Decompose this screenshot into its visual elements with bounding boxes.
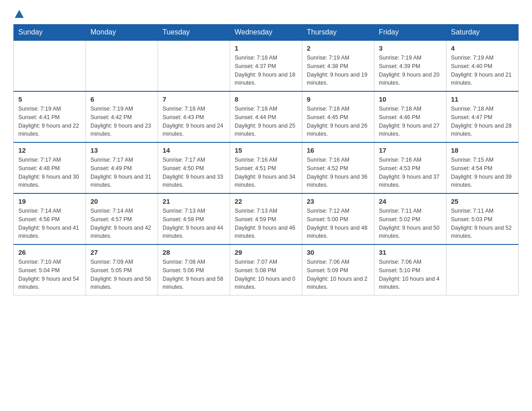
day-number: 13 (90, 146, 153, 154)
day-info: Sunrise: 7:11 AMSunset: 5:03 PMDaylight:… (451, 207, 514, 240)
day-number: 8 (235, 95, 297, 103)
day-info: Sunrise: 7:17 AMSunset: 4:49 PMDaylight:… (90, 156, 153, 189)
calendar-cell: 28Sunrise: 7:08 AMSunset: 5:06 PMDayligh… (158, 244, 230, 295)
day-info: Sunrise: 7:10 AMSunset: 5:04 PMDaylight:… (18, 258, 81, 291)
day-info: Sunrise: 7:11 AMSunset: 5:02 PMDaylight:… (379, 207, 442, 240)
calendar-cell: 30Sunrise: 7:06 AMSunset: 5:09 PMDayligh… (302, 244, 374, 295)
day-info: Sunrise: 7:09 AMSunset: 5:05 PMDaylight:… (90, 258, 153, 291)
week-row-5: 26Sunrise: 7:10 AMSunset: 5:04 PMDayligh… (14, 244, 519, 295)
day-info: Sunrise: 7:13 AMSunset: 4:59 PMDaylight:… (235, 207, 297, 240)
day-info: Sunrise: 7:18 AMSunset: 4:46 PMDaylight:… (379, 105, 442, 138)
day-info: Sunrise: 7:16 AMSunset: 4:51 PMDaylight:… (235, 156, 297, 189)
calendar-header-thursday: Thursday (302, 25, 374, 41)
calendar-cell: 8Sunrise: 7:18 AMSunset: 4:44 PMDaylight… (230, 91, 302, 142)
calendar-cell: 22Sunrise: 7:13 AMSunset: 4:59 PMDayligh… (230, 193, 302, 244)
day-number: 5 (18, 95, 81, 103)
day-number: 25 (451, 197, 514, 205)
calendar-header-wednesday: Wednesday (230, 25, 302, 41)
calendar-cell: 29Sunrise: 7:07 AMSunset: 5:08 PMDayligh… (230, 244, 302, 295)
svg-marker-0 (15, 10, 24, 18)
day-info: Sunrise: 7:17 AMSunset: 4:48 PMDaylight:… (18, 156, 81, 189)
calendar-cell: 10Sunrise: 7:18 AMSunset: 4:46 PMDayligh… (374, 91, 446, 142)
day-number: 14 (163, 146, 225, 154)
week-row-2: 5Sunrise: 7:19 AMSunset: 4:41 PMDaylight… (14, 91, 519, 142)
calendar-cell: 1Sunrise: 7:18 AMSunset: 4:37 PMDaylight… (230, 40, 302, 91)
calendar-cell: 21Sunrise: 7:13 AMSunset: 4:58 PMDayligh… (158, 193, 230, 244)
day-number: 17 (379, 146, 442, 154)
page-header (13, 9, 519, 20)
day-number: 11 (451, 95, 514, 103)
day-number: 18 (451, 146, 514, 154)
day-info: Sunrise: 7:16 AMSunset: 4:52 PMDaylight:… (307, 156, 369, 189)
calendar-cell: 15Sunrise: 7:16 AMSunset: 4:51 PMDayligh… (230, 142, 302, 193)
day-info: Sunrise: 7:18 AMSunset: 4:43 PMDaylight:… (163, 105, 225, 138)
day-info: Sunrise: 7:18 AMSunset: 4:45 PMDaylight:… (307, 105, 369, 138)
day-number: 9 (307, 95, 369, 103)
calendar-cell: 23Sunrise: 7:12 AMSunset: 5:00 PMDayligh… (302, 193, 374, 244)
day-info: Sunrise: 7:19 AMSunset: 4:40 PMDaylight:… (451, 54, 514, 87)
day-number: 22 (235, 197, 297, 205)
day-number: 4 (451, 44, 514, 52)
calendar-cell (14, 40, 86, 91)
calendar-cell: 4Sunrise: 7:19 AMSunset: 4:40 PMDaylight… (446, 40, 519, 91)
calendar-cell: 5Sunrise: 7:19 AMSunset: 4:41 PMDaylight… (14, 91, 86, 142)
day-number: 28 (163, 248, 225, 256)
day-info: Sunrise: 7:19 AMSunset: 4:39 PMDaylight:… (379, 54, 442, 87)
calendar-header-tuesday: Tuesday (158, 25, 230, 41)
day-info: Sunrise: 7:07 AMSunset: 5:08 PMDaylight:… (235, 258, 297, 291)
week-row-3: 12Sunrise: 7:17 AMSunset: 4:48 PMDayligh… (14, 142, 519, 193)
logo-triangle-icon (14, 9, 24, 19)
day-number: 10 (379, 95, 442, 103)
calendar-cell: 2Sunrise: 7:19 AMSunset: 4:38 PMDaylight… (302, 40, 374, 91)
day-info: Sunrise: 7:18 AMSunset: 4:44 PMDaylight:… (235, 105, 297, 138)
day-number: 20 (90, 197, 153, 205)
calendar-header-friday: Friday (374, 25, 446, 41)
day-number: 12 (18, 146, 81, 154)
day-number: 16 (307, 146, 369, 154)
week-row-4: 19Sunrise: 7:14 AMSunset: 4:56 PMDayligh… (14, 193, 519, 244)
calendar-cell: 7Sunrise: 7:18 AMSunset: 4:43 PMDaylight… (158, 91, 230, 142)
calendar-cell: 14Sunrise: 7:17 AMSunset: 4:50 PMDayligh… (158, 142, 230, 193)
calendar-cell: 19Sunrise: 7:14 AMSunset: 4:56 PMDayligh… (14, 193, 86, 244)
week-row-1: 1Sunrise: 7:18 AMSunset: 4:37 PMDaylight… (14, 40, 519, 91)
calendar-cell: 13Sunrise: 7:17 AMSunset: 4:49 PMDayligh… (86, 142, 158, 193)
day-info: Sunrise: 7:19 AMSunset: 4:38 PMDaylight:… (307, 54, 369, 87)
day-info: Sunrise: 7:19 AMSunset: 4:41 PMDaylight:… (18, 105, 81, 138)
calendar-table: SundayMondayTuesdayWednesdayThursdayFrid… (13, 24, 519, 295)
day-number: 27 (90, 248, 153, 256)
day-info: Sunrise: 7:15 AMSunset: 4:54 PMDaylight:… (451, 156, 514, 189)
calendar-header-saturday: Saturday (446, 25, 519, 41)
calendar-cell: 12Sunrise: 7:17 AMSunset: 4:48 PMDayligh… (14, 142, 86, 193)
calendar-header-monday: Monday (86, 25, 158, 41)
calendar-header-row: SundayMondayTuesdayWednesdayThursdayFrid… (14, 25, 519, 41)
calendar-cell: 27Sunrise: 7:09 AMSunset: 5:05 PMDayligh… (86, 244, 158, 295)
day-number: 23 (307, 197, 369, 205)
day-info: Sunrise: 7:13 AMSunset: 4:58 PMDaylight:… (163, 207, 225, 240)
day-number: 29 (235, 248, 297, 256)
day-number: 31 (379, 248, 442, 256)
day-info: Sunrise: 7:17 AMSunset: 4:50 PMDaylight:… (163, 156, 225, 189)
day-number: 1 (235, 44, 297, 52)
day-number: 3 (379, 44, 442, 52)
day-number: 15 (235, 146, 297, 154)
calendar-cell: 24Sunrise: 7:11 AMSunset: 5:02 PMDayligh… (374, 193, 446, 244)
day-number: 6 (90, 95, 153, 103)
calendar-cell: 18Sunrise: 7:15 AMSunset: 4:54 PMDayligh… (446, 142, 519, 193)
day-number: 2 (307, 44, 369, 52)
day-info: Sunrise: 7:19 AMSunset: 4:42 PMDaylight:… (90, 105, 153, 138)
calendar-cell: 3Sunrise: 7:19 AMSunset: 4:39 PMDaylight… (374, 40, 446, 91)
day-number: 30 (307, 248, 369, 256)
calendar-cell: 17Sunrise: 7:16 AMSunset: 4:53 PMDayligh… (374, 142, 446, 193)
calendar-cell: 9Sunrise: 7:18 AMSunset: 4:45 PMDaylight… (302, 91, 374, 142)
day-number: 19 (18, 197, 81, 205)
logo (13, 9, 24, 20)
calendar-cell: 20Sunrise: 7:14 AMSunset: 4:57 PMDayligh… (86, 193, 158, 244)
day-info: Sunrise: 7:06 AMSunset: 5:10 PMDaylight:… (379, 258, 442, 291)
calendar-cell: 31Sunrise: 7:06 AMSunset: 5:10 PMDayligh… (374, 244, 446, 295)
calendar-cell: 11Sunrise: 7:18 AMSunset: 4:47 PMDayligh… (446, 91, 519, 142)
calendar-cell: 26Sunrise: 7:10 AMSunset: 5:04 PMDayligh… (14, 244, 86, 295)
day-info: Sunrise: 7:06 AMSunset: 5:09 PMDaylight:… (307, 258, 369, 291)
day-number: 26 (18, 248, 81, 256)
calendar-cell: 6Sunrise: 7:19 AMSunset: 4:42 PMDaylight… (86, 91, 158, 142)
day-info: Sunrise: 7:12 AMSunset: 5:00 PMDaylight:… (307, 207, 369, 240)
